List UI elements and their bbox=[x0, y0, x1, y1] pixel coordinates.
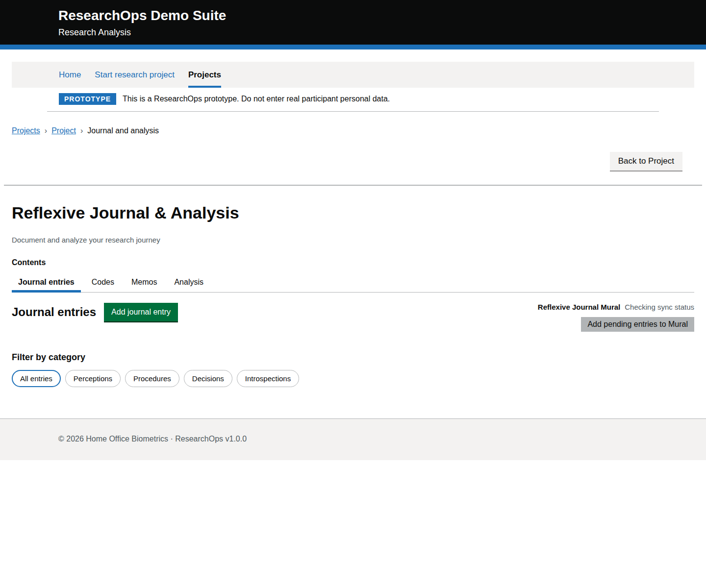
journal-section-header: Journal entries Add journal entry Reflex… bbox=[12, 303, 694, 332]
tab-memos[interactable]: Memos bbox=[125, 273, 163, 292]
mural-sync-status: Checking sync status bbox=[625, 303, 694, 311]
footer-text: © 2026 Home Office Biometrics · Research… bbox=[58, 435, 247, 443]
filter-pill-procedures[interactable]: Procedures bbox=[125, 370, 179, 387]
filter-pill-perceptions[interactable]: Perceptions bbox=[65, 370, 121, 387]
journal-heading-group: Journal entries Add journal entry bbox=[12, 303, 178, 321]
main-content: Projects › Project › Journal and analysi… bbox=[0, 126, 706, 418]
tab-analysis[interactable]: Analysis bbox=[168, 273, 210, 292]
header-accent-bar bbox=[0, 45, 706, 49]
tab-codes[interactable]: Codes bbox=[85, 273, 121, 292]
add-journal-entry-button[interactable]: Add journal entry bbox=[104, 303, 178, 321]
page-title: Reflexive Journal & Analysis bbox=[12, 203, 694, 222]
back-to-project-button[interactable]: Back to Project bbox=[610, 152, 682, 171]
filter-pill-introspections[interactable]: Introspections bbox=[237, 370, 299, 387]
breadcrumb-separator: › bbox=[80, 126, 83, 135]
back-row: Back to Project bbox=[12, 152, 682, 171]
tab-journal-entries[interactable]: Journal entries bbox=[12, 273, 81, 292]
phase-banner-text: This is a ResearchOps prototype. Do not … bbox=[123, 95, 390, 103]
page-description: Document and analyze your research journ… bbox=[12, 236, 694, 244]
app-title: ResearchOps Demo Suite bbox=[58, 7, 706, 24]
mural-status-row: Reflexive Journal Mural Checking sync st… bbox=[538, 303, 694, 311]
nav-item-projects[interactable]: Projects bbox=[188, 62, 221, 88]
app-subtitle: Research Analysis bbox=[58, 27, 706, 38]
contents-tabs: Journal entries Codes Memos Analysis bbox=[12, 273, 694, 293]
filter-pill-all-entries[interactable]: All entries bbox=[12, 370, 61, 387]
section-divider bbox=[4, 185, 702, 186]
nav-item-start-research-project[interactable]: Start research project bbox=[95, 62, 175, 88]
filter-heading: Filter by category bbox=[12, 352, 694, 363]
mural-title: Reflexive Journal Mural bbox=[538, 303, 620, 311]
nav-item-home[interactable]: Home bbox=[59, 62, 81, 88]
app-header: ResearchOps Demo Suite Research Analysis bbox=[0, 0, 706, 45]
add-pending-entries-button[interactable]: Add pending entries to Mural bbox=[581, 317, 694, 332]
breadcrumb-current: Journal and analysis bbox=[87, 126, 159, 135]
breadcrumb-link-project[interactable]: Project bbox=[51, 126, 76, 135]
breadcrumb-link-projects[interactable]: Projects bbox=[12, 126, 40, 135]
contents-label: Contents bbox=[12, 258, 694, 267]
mural-panel: Reflexive Journal Mural Checking sync st… bbox=[538, 303, 694, 332]
journal-entries-heading: Journal entries bbox=[12, 305, 96, 319]
breadcrumb: Projects › Project › Journal and analysi… bbox=[12, 126, 694, 135]
breadcrumb-separator: › bbox=[45, 126, 47, 135]
main-nav: Home Start research project Projects bbox=[12, 62, 694, 88]
filter-pill-decisions[interactable]: Decisions bbox=[184, 370, 232, 387]
phase-banner: PROTOTYPE This is a ResearchOps prototyp… bbox=[47, 91, 659, 112]
app-footer: © 2026 Home Office Biometrics · Research… bbox=[0, 418, 706, 460]
category-filter-pills: All entries Perceptions Procedures Decis… bbox=[12, 370, 694, 387]
prototype-tag: PROTOTYPE bbox=[59, 93, 116, 105]
